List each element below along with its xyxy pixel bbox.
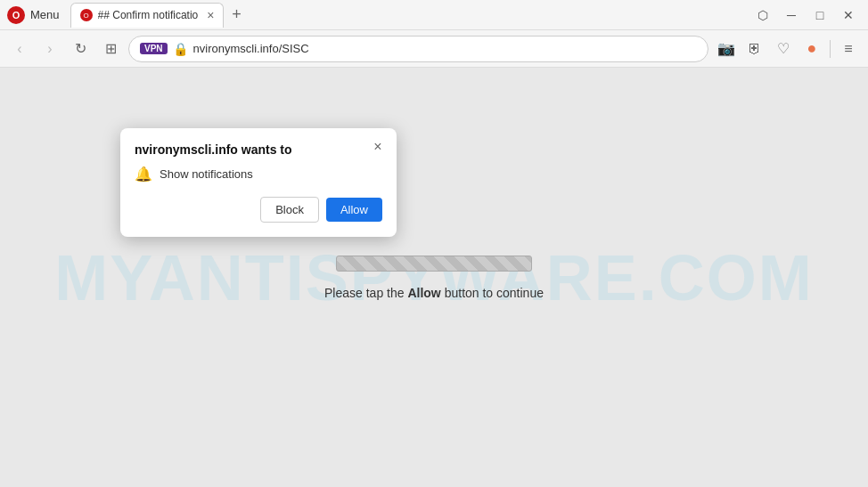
back-button[interactable]: ‹ (7, 37, 32, 61)
dialog-actions: Block Allow (135, 197, 382, 223)
tab-title: ## Confirm notificatio (98, 9, 199, 21)
address-bar: ‹ › ↻ ⊞ VPN 🔒 nvironymscli.info/SISC 📷 ⛨… (0, 30, 868, 68)
profile-icon[interactable]: ● (799, 37, 824, 61)
menu-label: Menu (30, 8, 60, 21)
active-tab[interactable]: O ## Confirm notificatio × (70, 3, 225, 28)
reload-button[interactable]: ↻ (68, 37, 93, 61)
tab-bar: O ## Confirm notificatio × + (70, 3, 745, 28)
allow-button[interactable]: Allow (326, 198, 382, 222)
new-tab-button[interactable]: + (225, 4, 247, 26)
address-actions: 📷 ⛨ ♡ ● ≡ (714, 37, 861, 61)
shield-icon[interactable]: ⛨ (742, 37, 767, 61)
permission-label: Show notifications (160, 167, 253, 181)
vpn-badge: VPN (140, 43, 168, 54)
browser-window: O Menu O ## Confirm notificatio × + ⬡ ─ … (0, 0, 868, 487)
tab-close-button[interactable]: × (207, 8, 214, 22)
tab-favicon: O (80, 9, 93, 21)
notification-dialog: × nvironymscli.info wants to 🔔 Show noti… (120, 128, 397, 237)
hamburger-icon[interactable]: ≡ (836, 37, 861, 61)
restore-button[interactable]: □ (807, 3, 832, 28)
title-bar: O Menu O ## Confirm notificatio × + ⬡ ─ … (0, 0, 868, 30)
page-message: Please tap the Allow button to continue (324, 286, 544, 300)
dialog-permission: 🔔 Show notifications (135, 166, 382, 183)
message-bold: Allow (407, 286, 440, 300)
window-controls: ⬡ ─ □ ✕ (750, 3, 861, 28)
minimize-button[interactable]: ─ (779, 3, 804, 28)
lock-icon: 🔒 (173, 42, 188, 56)
page-center: Please tap the Allow button to continue (324, 256, 544, 300)
opera-logo: O (7, 6, 25, 24)
dialog-close-button[interactable]: × (368, 137, 388, 157)
progress-bar (336, 256, 532, 272)
permission-icon: 🔔 (135, 166, 152, 183)
url-bar[interactable]: VPN 🔒 nvironymscli.info/SISC (128, 36, 708, 62)
url-text: nvironymscli.info/SISC (193, 42, 697, 55)
message-after: button to continue (441, 286, 544, 300)
divider (830, 40, 831, 58)
heart-icon[interactable]: ♡ (771, 37, 796, 61)
close-button[interactable]: ✕ (836, 3, 861, 28)
camera-icon[interactable]: 📷 (714, 37, 739, 61)
snap-button[interactable]: ⬡ (750, 3, 775, 28)
dialog-title: nvironymscli.info wants to (135, 142, 382, 157)
block-button[interactable]: Block (260, 197, 319, 223)
page-content: MYANTISPYWARE.COM Please tap the Allow b… (0, 68, 868, 487)
forward-button[interactable]: › (37, 37, 62, 61)
message-before: Please tap the (324, 286, 407, 300)
tabs-grid-button[interactable]: ⊞ (98, 37, 123, 61)
